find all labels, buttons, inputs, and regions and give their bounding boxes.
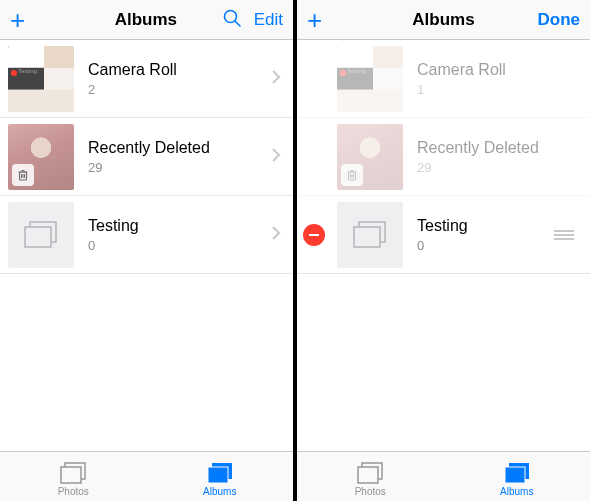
svg-rect-9 [25,227,51,247]
add-album-button[interactable]: + [307,7,322,33]
album-title: Camera Roll [417,60,582,79]
album-text: Recently Deleted 29 [74,138,271,174]
tab-label: Albums [203,486,236,497]
svg-rect-13 [208,467,228,483]
done-button[interactable]: Done [538,10,581,30]
album-count: 2 [88,82,271,97]
navbar: + Albums Done [297,0,590,40]
album-row-camera-roll[interactable]: Testing Camera Roll 2 [0,40,293,118]
album-thumb [337,202,403,268]
tab-albums[interactable]: Albums [147,452,294,501]
album-row-camera-roll: Testing Camera Roll 1 [297,40,590,118]
album-text: Camera Roll 2 [74,60,271,96]
album-thumb: Testing [8,46,74,112]
albums-tab-icon [502,461,532,485]
pane-left: + Albums Edit Testing Camera Roll 2 [0,0,293,501]
album-count: 29 [417,160,582,175]
trash-icon [341,164,363,186]
svg-rect-11 [61,467,81,483]
album-count: 0 [88,238,271,253]
delete-minus-button[interactable] [303,224,325,246]
album-title: Camera Roll [88,60,271,79]
chevron-right-icon [271,69,281,89]
album-row-testing-editing[interactable]: Testing 0 [297,196,590,274]
edit-button[interactable]: Edit [254,10,283,30]
nav-title: Albums [367,10,520,30]
tab-photos[interactable]: Photos [297,452,444,501]
album-text: Testing 0 [403,216,550,252]
nav-right: Edit [222,8,283,32]
album-title: Testing [88,216,271,235]
tab-label: Photos [58,486,89,497]
album-list-editing: Testing Camera Roll 1 Recently Deleted 2… [297,40,590,451]
tabbar: Photos Albums [0,451,293,501]
photos-tab-icon [58,461,88,485]
album-thumb [8,124,74,190]
tabbar: Photos Albums [297,451,590,501]
svg-rect-21 [354,227,380,247]
album-text: Camera Roll 1 [403,60,582,96]
album-thumb: Testing [337,46,403,112]
album-row-recently-deleted: Recently Deleted 29 [297,118,590,196]
chevron-right-icon [271,225,281,245]
pane-right: + Albums Done Testing Camera Roll 1 [297,0,590,501]
svg-line-1 [235,21,240,26]
album-count: 1 [417,82,582,97]
svg-rect-23 [358,467,378,483]
add-album-button[interactable]: + [10,7,25,33]
album-row-recently-deleted[interactable]: Recently Deleted 29 [0,118,293,196]
tab-label: Albums [500,486,533,497]
chevron-right-icon [271,147,281,167]
photos-tab-icon [355,461,385,485]
album-list: Testing Camera Roll 2 Recently Deleted 2… [0,40,293,451]
search-icon[interactable] [222,8,242,32]
trash-icon [12,164,34,186]
reorder-handle-icon[interactable] [554,230,574,240]
album-title: Recently Deleted [417,138,582,157]
album-title: Testing [417,216,550,235]
album-text: Testing 0 [74,216,271,252]
nav-left: + [10,7,70,33]
album-thumb [8,202,74,268]
nav-left: + [307,7,367,33]
tab-albums[interactable]: Albums [444,452,591,501]
stacked-photos-icon [21,218,61,252]
album-count: 29 [88,160,271,175]
stacked-photos-icon [350,218,390,252]
album-count: 0 [417,238,550,253]
tab-photos[interactable]: Photos [0,452,147,501]
navbar: + Albums Edit [0,0,293,40]
album-title: Recently Deleted [88,138,271,157]
album-thumb [337,124,403,190]
svg-rect-25 [505,467,525,483]
tab-label: Photos [355,486,386,497]
albums-tab-icon [205,461,235,485]
nav-right: Done [520,10,580,30]
nav-title: Albums [70,10,222,30]
album-row-testing[interactable]: Testing 0 [0,196,293,274]
album-text: Recently Deleted 29 [403,138,582,174]
